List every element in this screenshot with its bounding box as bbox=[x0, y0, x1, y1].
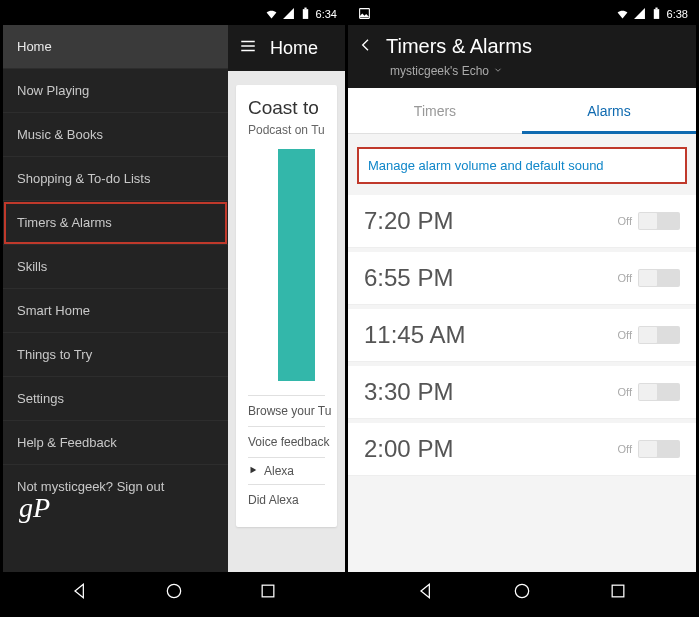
right-body: Timers & Alarms mysticgeek's Echo Timers… bbox=[348, 25, 696, 572]
android-navbar-left bbox=[3, 572, 345, 614]
drawer-item-shopping-todo[interactable]: Shopping & To-do Lists bbox=[3, 157, 228, 201]
svg-point-5 bbox=[167, 584, 180, 597]
card-alexa-row[interactable]: Alexa bbox=[248, 457, 325, 484]
drawer-item-music-books[interactable]: Music & Books bbox=[3, 113, 228, 157]
picture-icon bbox=[358, 7, 371, 22]
battery-icon bbox=[299, 7, 312, 22]
svg-rect-11 bbox=[612, 585, 624, 597]
nav-recent-icon[interactable] bbox=[608, 581, 628, 605]
alarm-toggle-group: Off bbox=[618, 383, 680, 401]
left-header-title: Home bbox=[270, 38, 318, 59]
signal-icon bbox=[633, 7, 646, 22]
drawer-item-settings[interactable]: Settings bbox=[3, 377, 228, 421]
toggle-label: Off bbox=[618, 443, 632, 455]
svg-point-10 bbox=[515, 584, 528, 597]
left-body: Home Now Playing Music & Books Shopping … bbox=[3, 25, 345, 572]
device-selector[interactable]: mysticgeek's Echo bbox=[390, 64, 682, 78]
tab-alarms[interactable]: Alarms bbox=[522, 88, 696, 133]
toggle-switch[interactable] bbox=[638, 326, 680, 344]
card-alexa-label: Alexa bbox=[264, 464, 294, 478]
alarm-time: 3:30 PM bbox=[364, 378, 453, 406]
toggle-switch[interactable] bbox=[638, 383, 680, 401]
right-header-title: Timers & Alarms bbox=[386, 35, 532, 58]
left-app-header: Home bbox=[228, 25, 345, 71]
alarm-time: 11:45 AM bbox=[364, 321, 465, 349]
statusbar-left: 6:34 bbox=[3, 3, 345, 25]
toggle-label: Off bbox=[618, 386, 632, 398]
drawer-item-smart-home[interactable]: Smart Home bbox=[3, 289, 228, 333]
svg-rect-0 bbox=[302, 9, 307, 19]
nav-home-icon[interactable] bbox=[512, 581, 532, 605]
wifi-icon bbox=[265, 7, 278, 22]
toggle-switch[interactable] bbox=[638, 269, 680, 287]
android-navbar-right bbox=[348, 572, 696, 614]
left-content-peek: Home Coast to Podcast on Tu Browse your … bbox=[228, 25, 345, 572]
alarm-toggle-group: Off bbox=[618, 326, 680, 344]
statusbar-right: 6:38 bbox=[348, 3, 696, 25]
svg-rect-9 bbox=[655, 7, 657, 9]
toggle-label: Off bbox=[618, 272, 632, 284]
svg-rect-6 bbox=[262, 585, 274, 597]
phone-left: 6:34 Home Now Playing Music & Books Shop… bbox=[3, 3, 348, 614]
alarm-row[interactable]: 6:55 PM Off bbox=[348, 252, 696, 305]
drawer-item-help-feedback[interactable]: Help & Feedback bbox=[3, 421, 228, 465]
alarm-toggle-group: Off bbox=[618, 269, 680, 287]
right-app-header: Timers & Alarms mysticgeek's Echo bbox=[348, 25, 696, 88]
chevron-down-icon bbox=[493, 64, 503, 78]
nav-recent-icon[interactable] bbox=[258, 581, 278, 605]
drawer-signout[interactable]: Not mysticgeek? Sign out bbox=[3, 465, 228, 508]
alarm-toggle-group: Off bbox=[618, 440, 680, 458]
svg-rect-1 bbox=[304, 7, 306, 9]
tabs: Timers Alarms bbox=[348, 88, 696, 134]
alarm-time: 2:00 PM bbox=[364, 435, 453, 463]
signal-icon bbox=[282, 7, 295, 22]
nav-home-icon[interactable] bbox=[164, 581, 184, 605]
statusbar-time: 6:38 bbox=[667, 8, 688, 20]
svg-rect-8 bbox=[653, 9, 658, 19]
alarm-toggle-group: Off bbox=[618, 212, 680, 230]
alarm-row[interactable]: 11:45 AM Off bbox=[348, 309, 696, 362]
card-title: Coast to bbox=[248, 97, 325, 119]
card-voice-feedback: Voice feedback bbox=[248, 426, 325, 457]
alarm-row[interactable]: 3:30 PM Off bbox=[348, 366, 696, 419]
phone-right: 6:38 Timers & Alarms mysticgeek's Echo T… bbox=[348, 3, 696, 614]
alarm-row[interactable]: 2:00 PM Off bbox=[348, 423, 696, 476]
wifi-icon bbox=[616, 7, 629, 22]
hamburger-icon[interactable] bbox=[238, 37, 258, 60]
card-artwork bbox=[278, 149, 315, 381]
drawer-item-now-playing[interactable]: Now Playing bbox=[3, 69, 228, 113]
alarm-time: 6:55 PM bbox=[364, 264, 453, 292]
statusbar-time: 6:34 bbox=[316, 8, 337, 20]
drawer-item-skills[interactable]: Skills bbox=[3, 245, 228, 289]
card-subtitle: Podcast on Tu bbox=[248, 123, 325, 137]
battery-icon bbox=[650, 7, 663, 22]
device-name: mysticgeek's Echo bbox=[390, 64, 489, 78]
drawer-item-home[interactable]: Home bbox=[3, 25, 228, 69]
nav-back-icon[interactable] bbox=[416, 581, 436, 605]
card-browse-link[interactable]: Browse your Tu bbox=[248, 395, 325, 426]
alarm-time: 7:20 PM bbox=[364, 207, 453, 235]
tab-timers[interactable]: Timers bbox=[348, 88, 522, 133]
manage-alarm-volume-link[interactable]: Manage alarm volume and default sound bbox=[358, 148, 686, 183]
card-did-alexa: Did Alexa bbox=[248, 484, 325, 515]
toggle-switch[interactable] bbox=[638, 212, 680, 230]
play-icon bbox=[248, 464, 258, 478]
alarm-row[interactable]: 7:20 PM Off bbox=[348, 195, 696, 248]
home-card: Coast to Podcast on Tu Browse your Tu Vo… bbox=[236, 85, 337, 527]
nav-back-icon[interactable] bbox=[70, 581, 90, 605]
drawer-item-things-to-try[interactable]: Things to Try bbox=[3, 333, 228, 377]
nav-drawer: Home Now Playing Music & Books Shopping … bbox=[3, 25, 228, 572]
alarm-list: 7:20 PM Off 6:55 PM Off 11:45 AM Off bbox=[348, 195, 696, 572]
drawer-item-timers-alarms[interactable]: Timers & Alarms bbox=[3, 201, 228, 245]
toggle-label: Off bbox=[618, 215, 632, 227]
toggle-switch[interactable] bbox=[638, 440, 680, 458]
toggle-label: Off bbox=[618, 329, 632, 341]
back-icon[interactable] bbox=[358, 37, 374, 57]
